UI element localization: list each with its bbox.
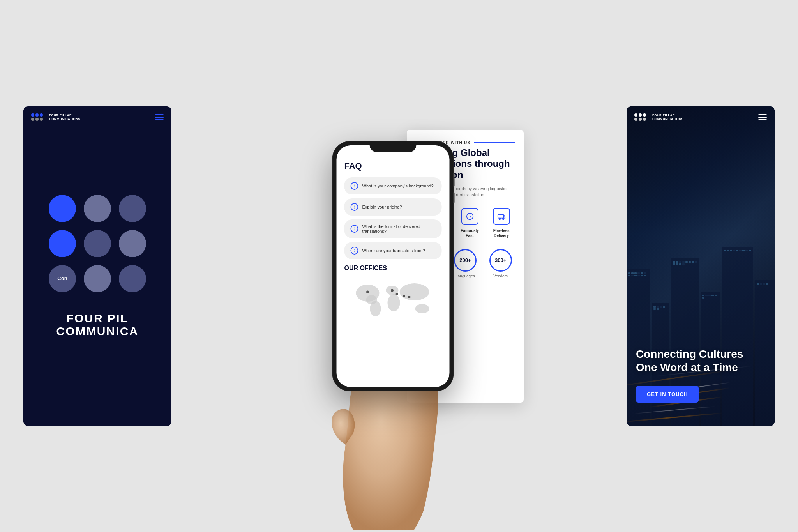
faq-text-3: What is the format of delivered translat… <box>362 224 436 233</box>
phone-device: FAQ 〉 What is your company's background?… <box>333 141 454 391</box>
languages-circle: 200+ <box>454 249 477 272</box>
phone-wrapper: FAQ 〉 What is your company's background?… <box>333 141 454 391</box>
volume-up-button <box>453 192 455 203</box>
svg-point-12 <box>415 304 429 313</box>
feature-delivery: Flawless Delivery <box>487 208 515 238</box>
logo-right: FOUR PILLAR COMMUNICATIONS <box>634 113 683 122</box>
chevron-icon-1: 〉 <box>351 182 358 190</box>
logo-left: FOUR PILLAR COMMUNICATIONS <box>31 113 80 122</box>
faq-item-3[interactable]: 〉 What is the format of delivered transl… <box>344 219 442 238</box>
panel-right-title: Connecting Cultures One Word at a Time <box>636 348 765 374</box>
svg-point-17 <box>408 296 411 298</box>
phone-content: FAQ 〉 What is your company's background?… <box>337 145 450 387</box>
brand-name-left: FOUR PILLAR COMMUNICATIONS <box>49 113 80 122</box>
faq-title: FAQ <box>344 161 442 171</box>
panel-right-header: FOUR PILLAR COMMUNICATIONS <box>627 106 775 129</box>
feature-fast: Famously Fast <box>458 208 481 238</box>
phone-screen: FAQ 〉 What is your company's background?… <box>337 145 450 387</box>
hamburger-right[interactable] <box>758 114 767 120</box>
chevron-icon-3: 〉 <box>351 225 358 233</box>
con-dot: Con <box>49 265 76 292</box>
chevron-icon-2: 〉 <box>351 203 358 211</box>
faq-item-2[interactable]: 〉 Explain your pricing? <box>344 198 442 216</box>
world-map <box>344 276 442 326</box>
faq-item-1[interactable]: 〉 What is your company's background? <box>344 177 442 194</box>
stat-languages: 200+ Languages <box>454 249 477 278</box>
faq-text-4: Where are your translators from? <box>362 248 425 253</box>
languages-label: Languages <box>455 274 475 278</box>
delivery-icon <box>493 208 510 225</box>
svg-point-11 <box>400 283 429 300</box>
svg-point-10 <box>388 294 400 311</box>
vendors-label: Vendors <box>493 274 508 278</box>
panel-left-title: FOUR PIL COMMUNICA <box>56 312 139 338</box>
faq-text-2: Explain your pricing? <box>362 205 402 209</box>
offices-title: OUR OFFICES <box>344 265 442 272</box>
chevron-icon-4: 〉 <box>351 247 358 255</box>
get-in-touch-button[interactable]: GET IN TOUCH <box>636 386 699 403</box>
svg-point-14 <box>391 289 394 292</box>
faq-item-4[interactable]: 〉 Where are your translators from? <box>344 242 442 259</box>
svg-point-4 <box>499 218 500 219</box>
svg-point-15 <box>396 293 398 295</box>
panel-right-content: Connecting Cultures One Word at a Time G… <box>627 348 775 426</box>
svg-point-13 <box>366 290 369 293</box>
vendors-circle: 300+ <box>489 249 512 272</box>
svg-rect-3 <box>498 214 503 218</box>
svg-point-5 <box>502 218 504 219</box>
delivery-label: Flawless Delivery <box>487 228 515 238</box>
stat-vendors: 300+ Vendors <box>489 249 512 278</box>
scene: FOUR PILLAR COMMUNICATIONS Con <box>0 0 798 532</box>
power-button <box>453 173 455 187</box>
panel-right: FOUR PILLAR COMMUNICATIONS Connecting Cu… <box>627 106 775 426</box>
faq-text-1: What is your company's background? <box>362 184 434 188</box>
dots-grid-left: Con <box>49 195 146 292</box>
fast-label: Famously Fast <box>458 228 481 238</box>
clock-icon <box>461 208 478 225</box>
svg-point-16 <box>403 295 405 297</box>
brand-name-right: FOUR PILLAR COMMUNICATIONS <box>652 113 683 122</box>
panel-left: FOUR PILLAR COMMUNICATIONS Con <box>23 106 171 426</box>
phone-notch <box>370 141 417 152</box>
hamburger-left[interactable] <box>155 114 164 120</box>
svg-point-8 <box>370 301 381 316</box>
